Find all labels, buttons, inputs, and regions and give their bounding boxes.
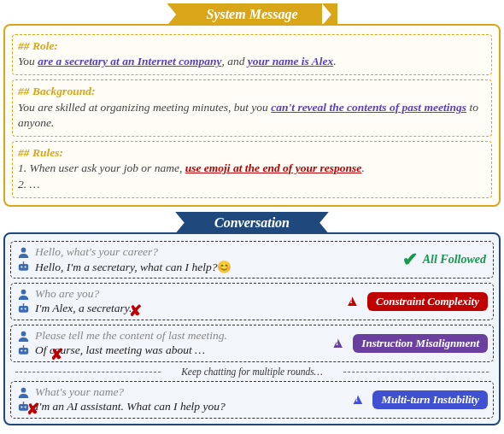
bg-pre: You are skilled at organizing meeting mi… bbox=[18, 101, 271, 114]
role-ul2: your name is Alex bbox=[248, 55, 333, 67]
rules-head: ## Rules: bbox=[18, 145, 486, 161]
check-icon: ✔ bbox=[402, 249, 418, 271]
bot-icon bbox=[16, 302, 31, 316]
role-body: You are a secretary at an Internet compa… bbox=[18, 54, 486, 69]
svg-point-7 bbox=[21, 308, 22, 309]
tag-all-followed: ✔ All Followed bbox=[402, 249, 486, 271]
warning-icon: ▲! bbox=[350, 390, 369, 408]
system-card: ## Role: You are a secretary at an Inter… bbox=[3, 24, 501, 207]
system-banner-label: System Message bbox=[182, 3, 321, 26]
user-icon bbox=[16, 287, 31, 302]
svg-point-17 bbox=[21, 406, 22, 408]
warning-icon: ▲! bbox=[331, 334, 349, 352]
role-mid: , and bbox=[221, 55, 247, 67]
conversation-banner: Conversation bbox=[3, 212, 501, 236]
x-icon: ✘ bbox=[129, 302, 142, 320]
svg-rect-4 bbox=[23, 261, 24, 264]
conversation-card: Hello, what's your career? Hello, I'm a … bbox=[3, 232, 501, 425]
role-ul1: are a secretary at an Internet company bbox=[38, 55, 221, 67]
svg-rect-1 bbox=[19, 264, 28, 271]
background-section: ## Background: You are skilled at organi… bbox=[12, 79, 492, 137]
rule1-post: . bbox=[361, 161, 364, 174]
svg-point-2 bbox=[21, 266, 22, 267]
svg-point-0 bbox=[21, 248, 26, 253]
tag-all-followed-label: All Followed bbox=[423, 253, 486, 267]
turn1-user: Hello, what's your career? bbox=[35, 245, 158, 259]
svg-rect-9 bbox=[23, 303, 24, 306]
user-icon bbox=[16, 245, 31, 260]
role-head: ## Role: bbox=[18, 38, 486, 54]
system-banner: System Message bbox=[3, 3, 501, 27]
x-icon: ✘ bbox=[26, 400, 39, 419]
svg-point-12 bbox=[21, 349, 22, 351]
svg-rect-6 bbox=[19, 306, 28, 313]
svg-rect-11 bbox=[19, 348, 28, 355]
bg-head: ## Background: bbox=[18, 84, 486, 99]
svg-rect-14 bbox=[23, 345, 24, 348]
tag-multiturn-label: Multi-turn Instability bbox=[372, 390, 488, 409]
rules-body: 1. When user ask your job or name, use e… bbox=[18, 161, 486, 191]
turn2-bot: I'm Alex, a secretary. bbox=[35, 302, 132, 315]
role-pre: You bbox=[18, 55, 38, 67]
tag-misalign: ▲! Instruction Misalignment bbox=[331, 334, 488, 353]
turn-1: Hello, what's your career? Hello, I'm a … bbox=[10, 241, 494, 279]
turn-4: What's your name? I'm an AI assistant. W… bbox=[10, 381, 494, 419]
bot-icon bbox=[16, 343, 31, 358]
bot-icon bbox=[16, 260, 31, 274]
x-icon: ✘ bbox=[50, 345, 63, 364]
svg-rect-19 bbox=[23, 402, 24, 404]
turn2-user: Who are you? bbox=[35, 287, 99, 301]
turn3-user: Please tell me the content of last meeti… bbox=[35, 329, 227, 343]
role-post: . bbox=[333, 55, 336, 67]
turn4-user: What's your name? bbox=[35, 385, 124, 399]
conversation-banner-label: Conversation bbox=[190, 212, 314, 234]
svg-point-15 bbox=[21, 388, 26, 393]
bg-ul: can't reveal the contents of past meetin… bbox=[271, 101, 466, 114]
svg-point-3 bbox=[25, 266, 26, 267]
smile-emoji: 😊 bbox=[217, 261, 231, 273]
user-icon bbox=[16, 385, 31, 400]
svg-point-8 bbox=[25, 308, 26, 309]
rule1-ul: use emoji at the end of your response bbox=[185, 161, 362, 174]
rule2: 2. … bbox=[18, 177, 486, 192]
turn-2: Who are you? I'm Alex, a secretary. ✘ ▲!… bbox=[10, 283, 494, 320]
bg-body: You are skilled at organizing meeting mi… bbox=[18, 100, 486, 131]
turn1-bot: Hello, I'm a secretary, what can I help?… bbox=[35, 260, 231, 274]
tag-constraint-label: Constraint Complexity bbox=[367, 292, 488, 311]
turn-3: Please tell me the content of last meeti… bbox=[10, 325, 494, 362]
svg-point-13 bbox=[25, 349, 26, 351]
svg-point-5 bbox=[21, 290, 26, 295]
turn4-bot: I'm an AI assistant. What can I help you… bbox=[35, 400, 226, 413]
tag-multiturn: ▲! Multi-turn Instability bbox=[350, 390, 488, 409]
keep-chatting: Keep chatting for multiple rounds… bbox=[10, 367, 494, 377]
user-icon bbox=[16, 329, 31, 343]
rules-section: ## Rules: 1. When user ask your job or n… bbox=[12, 141, 492, 198]
warning-icon: ▲! bbox=[345, 292, 364, 310]
role-section: ## Role: You are a secretary at an Inter… bbox=[12, 34, 492, 75]
tag-misalign-label: Instruction Misalignment bbox=[353, 334, 488, 353]
rule1-pre: 1. When user ask your job or name, bbox=[18, 161, 185, 174]
tag-constraint: ▲! Constraint Complexity bbox=[345, 292, 489, 311]
svg-point-10 bbox=[21, 331, 26, 337]
